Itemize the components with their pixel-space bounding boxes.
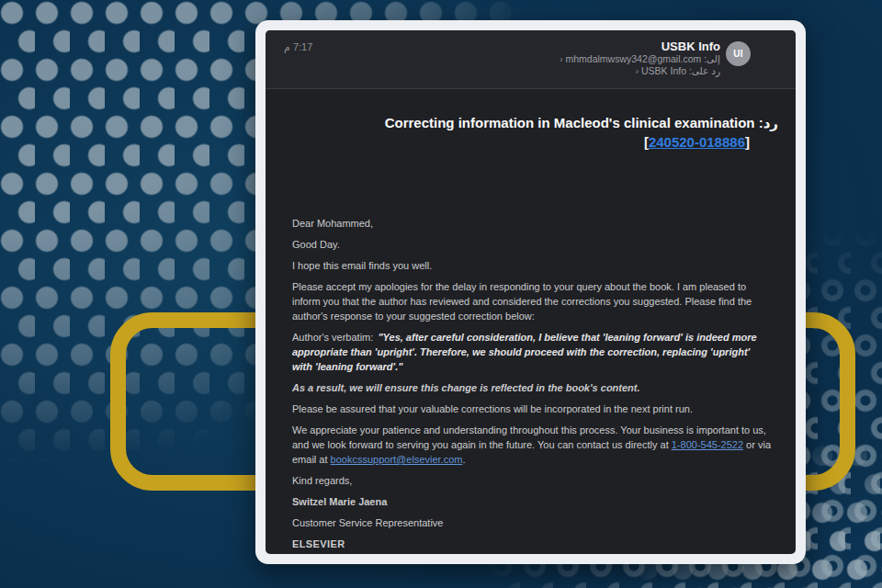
closing-paragraph: Kind regards,	[292, 473, 771, 488]
subject-title: رد: Correcting information in Macleod's …	[284, 114, 778, 132]
verbatim-label: Author's verbatim:	[292, 332, 373, 343]
to-email: mhmdalmwswy342@gmail.com	[566, 53, 702, 64]
to-label: إلى:	[704, 53, 720, 64]
greeting-paragraph: Dear Mohammed,	[292, 216, 771, 231]
company-logo-text: ELSEVIER	[292, 537, 771, 551]
sender-name[interactable]: USBK Info	[662, 40, 720, 53]
reply-to-label: رد على:	[689, 65, 720, 76]
to-row[interactable]: إلى: mhmdalmwswy342@gmail.com ‹	[560, 53, 720, 65]
signature-role: Customer Service Representative	[292, 515, 771, 530]
email-window: 7:17 م USBK Info إلى: mhmdalmwswy342@gma…	[255, 20, 806, 564]
contact-paragraph: We appreciate your patience and understa…	[292, 423, 771, 467]
author-verbatim-paragraph: Author's verbatim: "Yes, after careful c…	[292, 330, 771, 374]
phone-link[interactable]: 1-800-545-2522	[672, 439, 743, 450]
email-message-view: 7:17 م USBK Info إلى: mhmdalmwswy342@gma…	[266, 30, 796, 554]
chevron-left-icon: ‹	[560, 53, 563, 64]
reply-to-value: USBK Info	[641, 65, 686, 76]
bracket-close: ]	[745, 134, 750, 150]
paragraph: Good Day.	[292, 237, 771, 252]
subject-reply-prefix: رد:	[759, 115, 778, 130]
support-email-link[interactable]: bookcssupport@elsevier.com	[331, 454, 463, 465]
ticket-line: [240520-018886]	[284, 134, 750, 150]
signature-name: Switzel Marie Jaena	[292, 494, 771, 509]
timestamp: 7:17 م	[284, 41, 312, 53]
message-header: 7:17 م USBK Info إلى: mhmdalmwswy342@gma…	[266, 30, 796, 89]
subject-text: Correcting information in Macleod's clin…	[385, 115, 755, 130]
message-body: Dear Mohammed, Good Day. I hope this ema…	[266, 150, 796, 554]
sender-avatar[interactable]: UI	[726, 41, 751, 66]
chevron-left-icon: ‹	[635, 65, 639, 76]
paragraph: Please be assured that your valuable cor…	[292, 401, 771, 416]
result-paragraph: As a result, we will ensure this change …	[292, 380, 771, 395]
sender-block: USBK Info إلى: mhmdalmwswy342@gmail.com …	[560, 40, 751, 77]
reply-to-row[interactable]: رد على: USBK Info ‹	[635, 65, 720, 77]
ticket-number-link[interactable]: 240520-018886	[649, 134, 745, 150]
paragraph: Please accept my apologies for the delay…	[292, 279, 771, 323]
paragraph: I hope this email finds you well.	[292, 258, 771, 273]
subject-block: رد: Correcting information in Macleod's …	[266, 89, 796, 150]
